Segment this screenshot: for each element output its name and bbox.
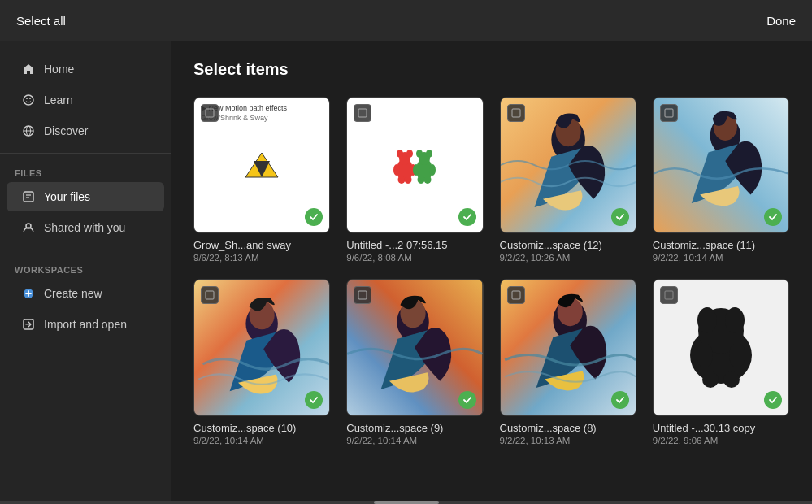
sidebar-home-label: Home bbox=[44, 63, 74, 76]
svg-point-57 bbox=[725, 307, 745, 333]
file-checkbox-2[interactable] bbox=[354, 104, 371, 122]
file-checkbox-4[interactable] bbox=[660, 104, 678, 122]
file-name-6: Customiz...space (9) bbox=[346, 422, 483, 434]
file-selected-badge-5 bbox=[305, 391, 323, 409]
file-name-8: Untitled -...30.13 copy bbox=[653, 422, 789, 434]
sidebar-item-learn[interactable]: Learn bbox=[7, 85, 164, 115]
sidebar-your-files-label: Your files bbox=[44, 190, 90, 203]
svg-rect-41 bbox=[665, 109, 673, 117]
svg-point-2 bbox=[29, 98, 31, 99]
file-selected-badge-7 bbox=[611, 391, 629, 409]
svg-rect-45 bbox=[206, 291, 214, 299]
file-grid: ▶ New Motion path effects Grow/Shrink & … bbox=[193, 97, 789, 445]
svg-point-61 bbox=[723, 371, 740, 388]
file-checkbox-5[interactable] bbox=[201, 286, 219, 304]
file-selected-badge-2 bbox=[458, 208, 476, 226]
file-date-1: 9/6/22, 8:13 AM bbox=[193, 253, 330, 263]
svg-rect-49 bbox=[358, 291, 367, 299]
sidebar-create-new-label: Create new bbox=[44, 287, 102, 300]
file-date-7: 9/2/22, 10:13 AM bbox=[500, 436, 636, 445]
file-thumb-4 bbox=[653, 97, 789, 233]
svg-rect-16 bbox=[206, 109, 214, 117]
discover-icon bbox=[21, 124, 36, 138]
sidebar-item-create-new[interactable]: Create new bbox=[7, 279, 164, 308]
sidebar-item-your-files[interactable]: Your files bbox=[7, 182, 164, 211]
svg-rect-37 bbox=[512, 109, 520, 117]
file-name-3: Customiz...space (12) bbox=[500, 239, 636, 251]
svg-point-60 bbox=[702, 371, 719, 388]
file-item-3[interactable]: Customiz...space (12) 9/2/22, 10:26 AM bbox=[500, 97, 636, 263]
file-thumb-8 bbox=[653, 279, 789, 415]
svg-point-31 bbox=[417, 176, 424, 184]
svg-point-58 bbox=[697, 342, 713, 368]
file-date-8: 9/2/22, 9:06 AM bbox=[653, 436, 789, 445]
sidebar-item-import[interactable]: Import and open bbox=[7, 310, 164, 339]
file-checkbox-7[interactable] bbox=[507, 286, 525, 304]
file-date-5: 9/2/22, 10:14 AM bbox=[193, 436, 330, 445]
svg-rect-6 bbox=[24, 192, 33, 202]
sidebar-divider-2 bbox=[0, 250, 171, 250]
file-name-7: Customiz...space (8) bbox=[500, 422, 636, 434]
select-all-button[interactable]: Select all bbox=[16, 14, 66, 28]
file-item-6[interactable]: Customiz...space (9) 9/2/22, 10:14 AM bbox=[346, 279, 483, 445]
file-name-5: Customiz...space (10) bbox=[193, 422, 330, 434]
sidebar-learn-label: Learn bbox=[44, 93, 73, 106]
svg-rect-33 bbox=[358, 109, 367, 117]
file-selected-badge-8 bbox=[764, 391, 782, 409]
file-checkbox-3[interactable] bbox=[507, 104, 525, 122]
file-thumb-2 bbox=[346, 97, 483, 233]
file-item-5[interactable]: Customiz...space (10) 9/2/22, 10:14 AM bbox=[193, 279, 330, 445]
svg-point-19 bbox=[397, 150, 403, 158]
file-thumb-6 bbox=[346, 279, 483, 415]
scroll-thumb[interactable] bbox=[374, 501, 439, 504]
create-new-icon bbox=[21, 286, 36, 301]
svg-point-23 bbox=[416, 150, 423, 158]
content-area: Select items ▶ New Motion path effects G… bbox=[171, 41, 812, 501]
import-icon bbox=[21, 317, 36, 332]
file-selected-badge-6 bbox=[458, 391, 476, 409]
svg-point-59 bbox=[729, 342, 745, 368]
done-button[interactable]: Done bbox=[766, 14, 796, 28]
svg-point-56 bbox=[697, 307, 717, 333]
file-checkbox-1[interactable] bbox=[201, 104, 219, 122]
file-date-6: 9/2/22, 10:14 AM bbox=[346, 436, 483, 445]
sidebar-item-shared[interactable]: Shared with you bbox=[7, 213, 164, 242]
svg-rect-53 bbox=[512, 291, 520, 299]
file-item-1[interactable]: ▶ New Motion path effects Grow/Shrink & … bbox=[193, 97, 330, 263]
sidebar-item-discover[interactable]: Discover bbox=[7, 116, 164, 146]
svg-point-20 bbox=[406, 150, 413, 158]
file-thumb-5 bbox=[193, 279, 330, 415]
learn-icon bbox=[21, 93, 36, 107]
sidebar-shared-label: Shared with you bbox=[44, 221, 125, 234]
sidebar-item-home[interactable]: Home bbox=[7, 54, 164, 84]
sidebar: Home Learn Discover bbox=[0, 41, 171, 501]
your-files-icon bbox=[21, 189, 36, 204]
sidebar-divider-1 bbox=[0, 153, 171, 154]
svg-point-25 bbox=[393, 164, 400, 176]
svg-point-24 bbox=[426, 150, 432, 158]
file-thumb-7 bbox=[500, 279, 636, 415]
page-title: Select items bbox=[193, 60, 789, 79]
file-item-7[interactable]: Customiz...space (8) 9/2/22, 10:13 AM bbox=[500, 279, 636, 445]
svg-rect-62 bbox=[665, 291, 673, 299]
svg-point-28 bbox=[429, 164, 436, 176]
file-name-1: Grow_Sh...and sway bbox=[193, 239, 330, 251]
file-checkbox-6[interactable] bbox=[354, 286, 371, 304]
svg-point-0 bbox=[24, 95, 33, 105]
svg-point-32 bbox=[423, 176, 431, 184]
scroll-indicator bbox=[0, 501, 812, 504]
file-date-3: 9/2/22, 10:26 AM bbox=[500, 253, 636, 263]
file-date-4: 9/2/22, 10:14 AM bbox=[653, 253, 789, 263]
file-selected-badge-3 bbox=[611, 208, 629, 226]
file-date-2: 9/6/22, 8:08 AM bbox=[346, 253, 483, 263]
svg-point-29 bbox=[397, 176, 405, 184]
file-thumb-1: ▶ New Motion path effects Grow/Shrink & … bbox=[193, 97, 330, 233]
svg-point-30 bbox=[404, 176, 411, 184]
files-section-label: FILES bbox=[0, 160, 171, 181]
svg-point-1 bbox=[26, 98, 28, 99]
file-checkbox-8[interactable] bbox=[660, 286, 678, 304]
file-item-8[interactable]: Untitled -...30.13 copy 9/2/22, 9:06 AM bbox=[653, 279, 789, 445]
file-item-4[interactable]: Customiz...space (11) 9/2/22, 10:14 AM bbox=[653, 97, 789, 263]
file-name-4: Customiz...space (11) bbox=[653, 239, 789, 251]
file-item-2[interactable]: Untitled -...2 07:56.15 9/6/22, 8:08 AM bbox=[346, 97, 483, 263]
